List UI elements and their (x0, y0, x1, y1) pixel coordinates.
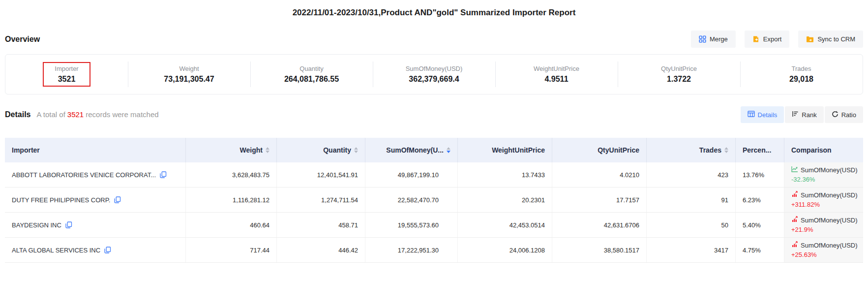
copy-icon[interactable] (104, 247, 111, 253)
weight-cell: 460.64 (186, 213, 277, 237)
tab-ratio-label: Ratio (841, 111, 856, 119)
copy-icon[interactable] (65, 221, 72, 228)
trades-cell: 423 (647, 162, 736, 187)
qty-unit-price-cell: 17.7157 (552, 188, 647, 212)
details-header-row: Details A total of3521records were match… (5, 106, 863, 123)
qty-unit-price-cell: 4.0210 (552, 162, 647, 187)
summary-suffix: records were matched (86, 110, 158, 119)
rank-bars-icon (792, 111, 799, 119)
table-body: ABBOTT LABORATORIES VENICE CORPORAT... 3… (5, 162, 863, 263)
sum-of-money-cell: 19,555,573.60 (365, 213, 458, 237)
importer-name-link[interactable]: DUTY FREE PHILIPPINES CORP. (12, 196, 110, 204)
tab-details[interactable]: Details (741, 106, 784, 123)
overview-stats-card: Importer 3521 Weight 73,191,305.47 Quant… (5, 54, 863, 94)
col-header-weight-unit-price: WeightUnitPrice (458, 138, 552, 162)
stat-value: 3521 (58, 75, 76, 84)
weight-cell: 717.44 (186, 238, 277, 262)
col-header-importer: Importer (5, 138, 186, 162)
table-row: ABBOTT LABORATORIES VENICE CORPORAT... 3… (5, 162, 863, 188)
stat-label: Quantity (299, 65, 323, 72)
comparison-percentage: -32.36% (791, 176, 858, 184)
details-summary: A total of3521records were matched (36, 110, 158, 119)
col-label: Percen... (743, 146, 771, 154)
importer-cell: ALTA GLOBAL SERVICES INC (5, 238, 186, 262)
col-label: Comparison (791, 146, 832, 154)
weight-unit-price-cell: 13.7433 (458, 162, 552, 187)
stat-quantity: Quantity 264,081,786.55 (250, 55, 373, 94)
weight-unit-price-cell: 24,006.1208 (458, 238, 552, 262)
trend-down-chart-icon[interactable] (791, 166, 798, 174)
col-header-sum-of-money[interactable]: SumOfMoney(U... (365, 138, 458, 162)
importer-cell: BAYDESIGN INC (5, 213, 186, 237)
merge-icon (699, 35, 706, 43)
sync-to-crm-button[interactable]: Sync to CRM (798, 31, 863, 48)
sum-of-money-cell: 22,582,470.70 (365, 188, 458, 212)
comparison-percentage: +21.9% (791, 226, 858, 234)
importer-name-link[interactable]: BAYDESIGN INC (12, 221, 61, 229)
col-header-quantity[interactable]: Quantity (277, 138, 365, 162)
col-label: WeightUnitPrice (492, 146, 545, 154)
weight-unit-price-cell: 20.2301 (458, 188, 552, 212)
importer-stat-highlight-box: Importer 3521 (43, 62, 90, 87)
table-header: Importer Weight Quantity SumOfMoney(U...… (5, 138, 863, 162)
stat-value: 1.3722 (667, 75, 691, 84)
col-label: Quantity (323, 146, 351, 154)
details-table-icon (748, 111, 755, 119)
sort-icon[interactable] (266, 147, 269, 153)
tab-rank[interactable]: Rank (785, 106, 823, 123)
trend-up-chart-icon[interactable] (791, 216, 798, 224)
merge-button-label: Merge (710, 35, 728, 43)
comparison-metric-label: SumOfMoney(USD) (801, 217, 858, 224)
percentage-cell: 5.40% (736, 213, 784, 237)
sum-of-money-cell: 17,222,951.30 (365, 238, 458, 262)
sync-to-crm-button-label: Sync to CRM (817, 35, 855, 43)
col-label: Trades (699, 146, 721, 154)
stat-label: Weight (179, 65, 199, 72)
quantity-cell: 446.42 (277, 238, 365, 262)
sort-icon[interactable] (354, 147, 358, 153)
export-button-label: Export (763, 35, 782, 43)
tab-details-label: Details (758, 111, 778, 119)
export-button[interactable]: Export (745, 31, 790, 48)
stat-importer: Importer 3521 (5, 55, 128, 94)
importer-name-link[interactable]: ABBOTT LABORATORIES VENICE CORPORAT... (12, 171, 156, 179)
importer-name-link[interactable]: ALTA GLOBAL SERVICES INC (12, 247, 100, 254)
importer-cell: ABBOTT LABORATORIES VENICE CORPORAT... (5, 162, 186, 187)
comparison-percentage: +311.82% (791, 201, 858, 209)
trades-cell: 3417 (647, 238, 736, 262)
export-icon (752, 35, 760, 43)
stat-weight-unit-price: WeightUnitPrice 4.9511 (495, 55, 618, 94)
trend-up-chart-icon[interactable] (791, 241, 798, 250)
view-tabs: Details Rank Ratio (741, 106, 863, 123)
sync-to-crm-icon (806, 36, 814, 43)
table-row: ALTA GLOBAL SERVICES INC 717.44 446.42 1… (5, 238, 863, 263)
weight-cell: 1,116,281.12 (186, 188, 277, 212)
stat-value: 73,191,305.47 (164, 75, 214, 84)
stat-value: 264,081,786.55 (284, 75, 339, 84)
overview-heading: Overview (5, 35, 40, 44)
overview-header-row: Overview Merge Export Sync to CRM (5, 31, 863, 48)
comparison-metric-label: SumOfMoney(USD) (801, 242, 858, 250)
col-header-comparison: Comparison (784, 138, 863, 162)
stat-qty-unit-price: QtyUnitPrice 1.3722 (618, 55, 740, 94)
importer-cell: DUTY FREE PHILIPPINES CORP. (5, 188, 186, 212)
trend-up-chart-icon[interactable] (791, 191, 798, 199)
stat-value: 29,018 (789, 75, 813, 84)
col-header-percentage: Percen... (736, 138, 784, 162)
copy-icon[interactable] (114, 196, 121, 203)
details-heading: Details (5, 110, 30, 119)
comparison-cell: SumOfMoney(USD) +21.9% (784, 213, 863, 237)
col-label: SumOfMoney(U... (386, 146, 444, 154)
copy-icon[interactable] (160, 171, 167, 178)
trades-cell: 91 (647, 188, 736, 212)
overview-actions: Merge Export Sync to CRM (691, 31, 863, 48)
sort-icon[interactable] (724, 147, 728, 153)
stat-label: WeightUnitPrice (534, 65, 579, 72)
merge-button[interactable]: Merge (691, 31, 736, 48)
sum-of-money-cell: 49,867,199.10 (365, 162, 458, 187)
sort-icon-active-desc[interactable] (447, 147, 450, 153)
tab-ratio[interactable]: Ratio (825, 106, 863, 123)
col-header-trades[interactable]: Trades (647, 138, 736, 162)
col-header-weight[interactable]: Weight (186, 138, 277, 162)
ratio-refresh-icon (832, 111, 838, 119)
